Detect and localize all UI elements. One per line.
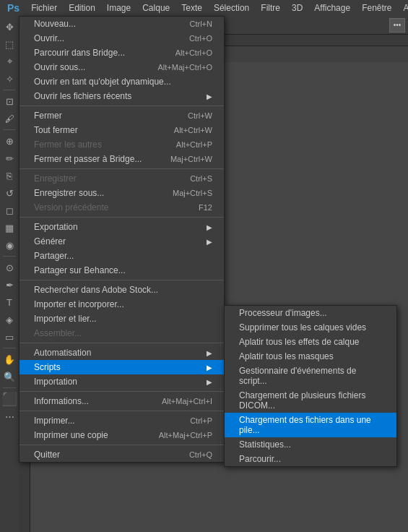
menu-quitter[interactable]: Quitter Ctrl+Q	[19, 447, 224, 462]
arrow-importation: ▶	[207, 378, 212, 386]
clone-tool[interactable]: ⎘	[1, 168, 17, 184]
menu-partager-behance[interactable]: Partager sur Behance...	[19, 263, 224, 278]
text-tool[interactable]: T	[1, 294, 17, 310]
scripts-statistiques[interactable]: Statistiques...	[225, 437, 396, 452]
menu-aide[interactable]: Aide	[398, 1, 409, 14]
menu-fermer-bridge[interactable]: Fermer et passer à Bridge... Maj+Ctrl+W	[19, 152, 224, 166]
menu-fichier[interactable]: Fichier	[25, 1, 63, 14]
sep-5	[19, 343, 224, 343]
menu-fermer[interactable]: Fermer Ctrl+W	[19, 108, 224, 123]
move-tool[interactable]: ✥	[1, 19, 17, 35]
arrow-recents: ▶	[207, 93, 212, 100]
left-toolbar: ✥ ⬚ ⌖ ✧ ⊡ 🖋 ⊕ ✏ ⎘ ↺ ◻ ▦ ◉ ⊙ ✒ T ◈ ▭ ✋ 🔍 …	[0, 16, 19, 532]
pen-tool[interactable]: ✒	[1, 277, 17, 293]
heal-tool[interactable]: ⊕	[1, 133, 17, 149]
color-swatch[interactable]: ⬛	[1, 391, 17, 407]
menu-informations[interactable]: Informations... Alt+Maj+Ctrl+I	[19, 394, 224, 408]
menu-rechercher-stock[interactable]: Rechercher dans Adobe Stock...	[19, 283, 224, 297]
menu-importer-incorporer[interactable]: Importer et incorporer...	[19, 297, 224, 312]
menu-importation[interactable]: Importation ▶	[19, 374, 224, 389]
menu-nouveau[interactable]: Nouveau... Ctrl+N	[19, 17, 224, 31]
eyedropper-tool[interactable]: 🖋	[1, 111, 17, 126]
crop-tool[interactable]: ⊡	[1, 93, 17, 109]
tool-divider-3	[3, 256, 16, 257]
tool-divider-5	[3, 387, 16, 388]
menubar: Ps Fichier Edition Image Calque Texte Sé…	[0, 0, 408, 16]
fichier-menu: Nouveau... Ctrl+N Ouvrir... Ctrl+O Parco…	[19, 16, 225, 463]
sep-1	[19, 106, 224, 106]
menu-ouvrir-sous[interactable]: Ouvrir sous... Alt+Maj+Ctrl+O	[19, 60, 224, 74]
tool-divider-1	[3, 90, 16, 90]
menu-automatisation[interactable]: Automatisation ▶	[19, 346, 224, 360]
menu-bridge[interactable]: Parcourir dans Bridge... Alt+Ctrl+O	[19, 46, 224, 60]
tool-divider-2	[3, 129, 16, 130]
history-tool[interactable]: ↺	[1, 185, 17, 201]
menu-version-precedente: Version précédente F12	[19, 200, 224, 215]
menu-edition[interactable]: Edition	[63, 1, 101, 14]
lasso-tool[interactable]: ⌖	[1, 53, 17, 69]
scripts-processeur[interactable]: Processeur d'images...	[225, 306, 396, 320]
menu-filtre[interactable]: Filtre	[255, 1, 286, 14]
eraser-tool[interactable]: ◻	[1, 202, 17, 218]
arrow-exportation: ▶	[207, 223, 212, 231]
brush-tool[interactable]: ✏	[1, 150, 17, 166]
arrow-automatisation: ▶	[207, 349, 212, 357]
menu-selection[interactable]: Sélection	[208, 1, 255, 14]
menu-fermer-autres: Fermer les autres Alt+Ctrl+P	[19, 137, 224, 152]
menu-ouvrir[interactable]: Ouvrir... Ctrl+O	[19, 31, 224, 46]
extra-tools[interactable]: ⋯	[1, 408, 17, 424]
scripts-gestionnaire[interactable]: Gestionnaire d'événements de script...	[225, 364, 396, 388]
scripts-chargement-dicom[interactable]: Chargement de plusieurs fichiers DICOM..…	[225, 388, 396, 413]
sep-4	[19, 280, 224, 280]
menu-assembler: Assembler...	[19, 326, 224, 340]
blur-tool[interactable]: ◉	[1, 237, 17, 253]
menu-exportation[interactable]: Exportation ▶	[19, 220, 224, 234]
menu-ouvrir-objet[interactable]: Ouvrir en tant qu'objet dynamique...	[19, 74, 224, 89]
dodge-tool[interactable]: ⊙	[1, 259, 17, 275]
menu-texte[interactable]: Texte	[175, 1, 208, 14]
menu-calque[interactable]: Calque	[136, 1, 175, 14]
menu-enregistrer-sous[interactable]: Enregistrer sous... Maj+Ctrl+S	[19, 186, 224, 200]
scripts-chargement-pile[interactable]: Chargement des fichiers dans une pile...	[225, 413, 396, 437]
sep-2	[19, 168, 224, 169]
tool-divider-4	[3, 348, 16, 348]
ps-logo: Ps	[3, 2, 24, 14]
menu-partager[interactable]: Partager...	[19, 249, 224, 263]
shape-tool[interactable]: ▭	[1, 329, 17, 345]
zoom-tool[interactable]: 🔍	[1, 369, 17, 385]
menu-tout-fermer[interactable]: Tout fermer Alt+Ctrl+W	[19, 123, 224, 137]
menu-affichage[interactable]: Affichage	[308, 1, 356, 14]
arrow-generer: ▶	[207, 238, 212, 246]
menu-imprimer-copie[interactable]: Imprimer une copie Alt+Maj+Ctrl+P	[19, 428, 224, 442]
hand-tool[interactable]: ✋	[1, 351, 17, 367]
sep-6	[19, 391, 224, 392]
scripts-parcourir[interactable]: Parcourir...	[225, 452, 396, 466]
sep-8	[19, 445, 224, 445]
scripts-aplatir-effets[interactable]: Aplatir tous les effets de calque	[225, 335, 396, 349]
menu-ouvrir-recents[interactable]: Ouvrir les fichiers récents ▶	[19, 89, 224, 103]
menu-generer[interactable]: Générer ▶	[19, 234, 224, 249]
scripts-aplatir-masques[interactable]: Aplatir tous les masques	[225, 349, 396, 364]
menu-scripts[interactable]: Scripts ▶	[19, 360, 224, 374]
sep-3	[19, 217, 224, 218]
menu-image[interactable]: Image	[101, 1, 136, 14]
menu-importer-lier[interactable]: Importer et lier...	[19, 312, 224, 326]
select-tool[interactable]: ⬚	[1, 36, 17, 52]
scripts-supprimer-calques[interactable]: Supprimer tous les calques vides	[225, 320, 396, 335]
gradient-tool[interactable]: ▦	[1, 220, 17, 236]
more-options-btn[interactable]: •••	[389, 18, 405, 33]
menu-enregistrer: Enregistrer Ctrl+S	[19, 171, 224, 186]
arrow-scripts: ▶	[207, 364, 212, 372]
menu-imprimer[interactable]: Imprimer... Ctrl+P	[19, 413, 224, 428]
sep-7	[19, 411, 224, 411]
scripts-submenu: Processeur d'images... Supprimer tous le…	[224, 305, 397, 467]
path-tool[interactable]: ◈	[1, 312, 17, 327]
menu-fenetre[interactable]: Fenêtre	[356, 1, 397, 14]
menu-3d[interactable]: 3D	[286, 1, 308, 14]
magic-wand-tool[interactable]: ✧	[1, 71, 17, 87]
